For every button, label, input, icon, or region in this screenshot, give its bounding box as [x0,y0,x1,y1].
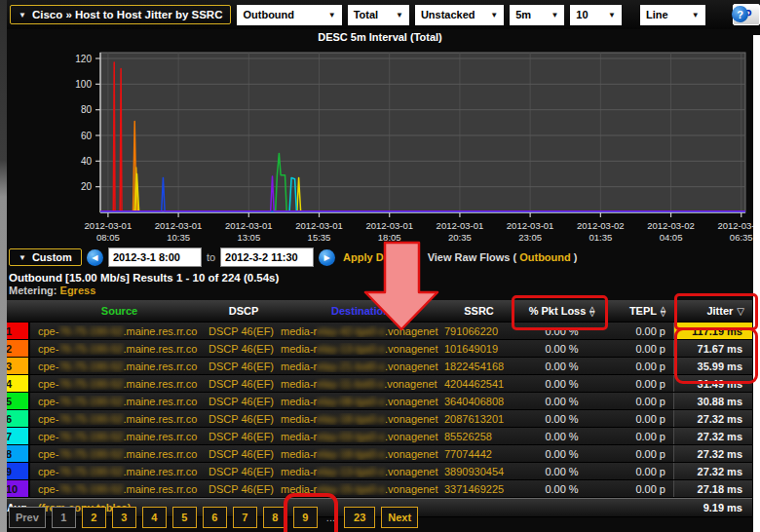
redacted-text: 76-75-190-52 [58,466,123,477]
svg-text:2012-03-01: 2012-03-01 [225,220,273,231]
svg-text:13:05: 13:05 [237,232,260,243]
page-button[interactable]: 3 [112,507,136,528]
redacted-text: 76-75-190-52 [58,361,123,372]
dscp-cell: DSCP 46(EF) [209,325,279,337]
tepl-cell: 0.00 p [608,343,673,355]
ssrc-cell: 101649019 [442,343,515,355]
interval-select[interactable]: 5m▼ [510,5,564,25]
shift-range-forward-button[interactable]: ▶ [319,249,335,266]
svg-text:2012-03-01: 2012-03-01 [155,220,203,231]
svg-text:20: 20 [81,181,93,192]
table-row[interactable]: 7cpe-76-75-190-52.maine.res.rr.coDSCP 46… [1,428,752,445]
table-row[interactable]: 1cpe-76-75-190-52.maine.res.rr.coDSCP 46… [1,323,752,340]
raw-flows-outbound-link[interactable]: Outbound [519,251,571,263]
svg-text:04:05: 04:05 [660,232,683,243]
redacted-text: 76-75-190-52 [58,378,123,390]
chart-type-select[interactable]: Line▼ [640,5,705,25]
source-cell: cpe-76-75-190-52.maine.res.rr.co [30,378,209,390]
redacted-text: elay-18-lga0-s [317,413,385,425]
report-title-dropdown[interactable]: ▼ Cisco » Host to Host Jitter by SSRC [10,5,231,24]
destination-cell: media-relay-18-lga0-s.vonagenet [279,448,442,460]
tepl-cell: 0.00 p [608,448,673,460]
dscp-cell: DSCP 46(EF) [209,483,279,495]
redacted-text: elay-21-bst0-s [317,361,385,372]
page-button[interactable]: 4 [142,507,167,528]
sort-icon: △▽ [589,306,594,316]
ssrc-cell: 3640406808 [442,396,515,407]
svg-text:120: 120 [75,54,92,64]
tepl-cell: 0.00 p [608,413,673,425]
table-row[interactable]: 9cpe-76-75-190-52.maine.res.rr.coDSCP 46… [1,463,752,480]
range-end-input[interactable] [220,247,314,267]
custom-range-dropdown[interactable]: ▼ Custom [9,248,82,266]
pkt-loss-column-header[interactable]: % Pkt Loss △▽ [515,305,608,317]
chevron-down-icon: ▼ [692,11,700,19]
page-button[interactable]: 5 [172,507,197,528]
direction-select[interactable]: Outbound▼ [237,5,341,25]
pkt-loss-cell: 0.00 % [515,343,608,355]
ssrc-cell: 85526258 [442,431,515,442]
source-cell: cpe-76-75-190-52.maine.res.rr.co [30,361,209,372]
tepl-column-header[interactable]: TEPL △▽ [608,305,673,317]
pkt-loss-cell: 0.00 % [515,448,608,460]
sort-icon: △▽ [661,306,665,316]
stacking-select[interactable]: Unstacked▼ [415,5,504,25]
chevron-down-icon: ▼ [608,11,616,19]
table-row[interactable]: 10cpe-76-75-190-52.maine.res.rr.coDSCP 4… [1,480,752,498]
page-button[interactable]: 2 [82,507,106,528]
page-button[interactable]: 9 [293,507,318,528]
tepl-cell: 0.00 p [608,466,673,477]
jitter-column-header[interactable]: Jitter ▽ [673,305,752,317]
jitter-cell: 27.32 ms [673,463,752,479]
dscp-cell: DSCP 46(EF) [209,361,279,372]
ssrc-cell: 77074442 [442,448,515,460]
date-range-controls: ▼ Custom ◀ to ▶ Apply Dates View Raw Flo… [9,247,577,268]
pkt-loss-cell: 0.00 % [515,431,608,442]
range-start-input[interactable] [108,247,202,267]
help-icon[interactable]: ? [732,6,748,22]
metering-value: Egress [60,285,96,296]
table-row[interactable]: 4cpe-76-75-190-52.maine.res.rr.coDSCP 46… [1,375,752,393]
total-select[interactable]: Total▼ [348,5,409,25]
ssrc-column-header[interactable]: SSRC [442,305,515,317]
view-raw-flows: View Raw Flows ( Outbound ) [428,251,578,263]
jitter-line-chart: 204060801001202012-03-0108:052012-03-011… [0,45,760,246]
tepl-cell: 0.00 p [608,361,673,372]
report-title-label: Cisco » Host to Host Jitter by SSRC [32,9,223,20]
caret-down-icon: ▼ [19,253,26,262]
page-button-last[interactable]: 23 [344,507,375,528]
table-row[interactable]: 6cpe-76-75-190-52.maine.res.rr.coDSCP 46… [1,410,752,428]
destination-cell: media-relay-15-lga0-s.vonagenet [279,483,442,495]
dscp-column-header[interactable]: DSCP [209,305,279,317]
redacted-text: 76-75-190-52 [58,396,123,407]
chevron-down-icon: ▼ [490,11,498,19]
window-left-edge [0,0,7,532]
table-row[interactable]: 5cpe-76-75-190-52.maine.res.rr.coDSCP 46… [1,393,752,410]
dscp-cell: DSCP 46(EF) [209,448,279,460]
destination-cell: media-relay-42-lga0-s.vonagenet [279,325,442,337]
table-row[interactable]: 8cpe-76-75-190-52.maine.res.rr.coDSCP 46… [1,445,752,463]
dscp-cell: DSCP 46(EF) [209,466,279,477]
svg-text:2012-03-02: 2012-03-02 [647,220,695,231]
destination-cell: media-relay-11-bst0-s.vonagenet [279,378,442,390]
page-button[interactable]: 6 [203,507,227,528]
source-column-header[interactable]: Source [30,305,209,317]
shift-range-back-button[interactable]: ◀ [87,249,103,266]
page-button[interactable]: 8 [263,507,287,528]
jitter-cell: 30.88 ms [673,393,752,409]
table-row[interactable]: 2cpe-76-75-190-52.maine.res.rr.coDSCP 46… [1,340,752,358]
table-row[interactable]: 3cpe-76-75-190-52.maine.res.rr.coDSCP 46… [1,358,752,375]
redacted-text: elay-03-lga0-s [317,431,385,442]
source-cell: cpe-76-75-190-52.maine.res.rr.co [30,466,209,477]
apply-dates-link[interactable]: Apply Dates [343,251,405,263]
next-page-button[interactable]: Next [381,507,418,528]
page-button-current[interactable]: 1 [52,507,76,528]
dscp-cell: DSCP 46(EF) [209,396,279,407]
destination-column-header[interactable]: Destination [279,305,442,317]
svg-text:2012-03-02: 2012-03-02 [577,220,625,231]
page-button[interactable]: 7 [233,507,257,528]
svg-text:2012-03-01: 2012-03-01 [365,220,413,231]
svg-text:2012-03-01: 2012-03-01 [507,220,554,231]
prev-page-button[interactable]: Prev [9,507,46,528]
row-count-select[interactable]: 10▼ [570,5,622,25]
